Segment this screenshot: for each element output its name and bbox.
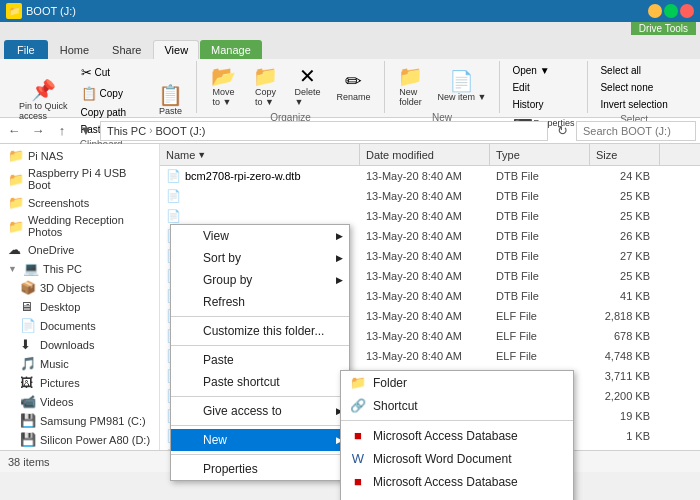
sidebar-item-music[interactable]: 🎵 Music <box>0 354 159 373</box>
history-button[interactable]: History <box>508 97 547 112</box>
cm-sep-4 <box>171 425 349 426</box>
cm-item-sort-by[interactable]: Sort by <box>171 247 349 269</box>
open-button[interactable]: Open ▼ <box>508 63 553 78</box>
sidebar-item-silicon-d[interactable]: 💾 Silicon Power A80 (D:) <box>0 430 159 449</box>
cm-item-group-by[interactable]: Group by <box>171 269 349 291</box>
submenu-item-access-db2[interactable]: ■ Microsoft Access Database <box>341 470 573 493</box>
submenu-item-access-db[interactable]: ■ Microsoft Access Database <box>341 424 573 447</box>
edit-button[interactable]: Edit <box>508 80 533 95</box>
computer-icon: 💻 <box>23 261 39 276</box>
move-to-button[interactable]: 📂 Moveto ▼ <box>205 63 241 110</box>
copy-to-icon: 📁 <box>253 66 278 86</box>
cm-item-give-access[interactable]: Give access to <box>171 400 349 422</box>
submenu-item-word[interactable]: W Microsoft Word Document <box>341 447 573 470</box>
cm-item-properties[interactable]: Properties <box>171 458 349 480</box>
select-none-button[interactable]: Select none <box>596 80 657 95</box>
tab-view[interactable]: View <box>153 40 199 59</box>
drive-tools-label: Drive Tools <box>631 22 696 35</box>
file-row[interactable]: 📄bcm2708-rpi-zero-w.dtb13-May-20 8:40 AM… <box>160 166 700 186</box>
shortcut-icon: 🔗 <box>349 398 367 413</box>
path-this-pc[interactable]: This PC <box>107 125 146 137</box>
pin-quick-access-button[interactable]: 📌 Pin to Quickaccess <box>14 77 73 124</box>
file-size-cell: 41 KB <box>590 290 660 302</box>
sidebar-item-silicon-e[interactable]: 💾 Silicon Power A55 (E:) <box>0 449 159 450</box>
sidebar-item-screenshots[interactable]: 📁 Screenshots <box>0 193 159 212</box>
file-row[interactable]: 📄13-May-20 8:40 AMDTB File25 KB <box>160 206 700 226</box>
ribbon-group-clipboard: 📌 Pin to Quickaccess ✂ Cut 📋 Copy Copy p… <box>6 61 197 113</box>
sidebar-item-pi-nas[interactable]: 📁 Pi NAS <box>0 146 159 165</box>
folder-icon: 📁 <box>8 148 24 163</box>
sidebar-item-samsung[interactable]: 💾 Samsung PM981 (C:) <box>0 411 159 430</box>
sidebar-item-downloads[interactable]: ⬇ Downloads <box>0 335 159 354</box>
sidebar-item-this-pc[interactable]: ▼ 💻 This PC <box>0 259 159 278</box>
cm-sep-3 <box>171 396 349 397</box>
file-type-cell: ELF File <box>490 350 590 362</box>
new-item-button[interactable]: 📄 New item ▼ <box>433 68 492 105</box>
ribbon-tab-bar: File Home Share View Manage <box>0 35 700 59</box>
tab-share[interactable]: Share <box>101 40 152 59</box>
close-button[interactable] <box>680 4 694 18</box>
submenu-item-shortcut[interactable]: 🔗 Shortcut <box>341 394 573 417</box>
tab-manage[interactable]: Manage <box>200 40 262 59</box>
sidebar-item-desktop[interactable]: 🖥 Desktop <box>0 297 159 316</box>
back-button[interactable]: ← <box>4 121 24 141</box>
sidebar-item-3d-objects[interactable]: 📦 3D Objects <box>0 278 159 297</box>
file-type-cell: DTB File <box>490 190 590 202</box>
pictures-icon: 🖼 <box>20 375 36 390</box>
delete-icon: ✕ <box>299 66 316 86</box>
submenu-item-ppt[interactable]: P Microsoft PowerPoint Presentation <box>341 493 573 500</box>
sidebar-item-documents[interactable]: 📄 Documents <box>0 316 159 335</box>
col-header-date[interactable]: Date modified <box>360 144 490 165</box>
refresh-button[interactable]: ↻ <box>552 121 572 141</box>
title-bar: 📁 BOOT (J:) <box>0 0 700 22</box>
cm-item-refresh[interactable]: Refresh <box>171 291 349 313</box>
cm-item-view[interactable]: View <box>171 225 349 247</box>
col-header-type[interactable]: Type <box>490 144 590 165</box>
col-header-name[interactable]: Name▼ <box>160 144 360 165</box>
cm-item-paste-shortcut[interactable]: Paste shortcut <box>171 371 349 393</box>
search-input[interactable] <box>576 121 696 141</box>
sidebar-item-pictures[interactable]: 🖼 Pictures <box>0 373 159 392</box>
file-row[interactable]: 📄13-May-20 8:40 AMDTB File25 KB <box>160 186 700 206</box>
copy-path-button[interactable]: Copy path <box>77 105 149 120</box>
file-type-cell: DTB File <box>490 270 590 282</box>
sidebar-item-videos[interactable]: 📹 Videos <box>0 392 159 411</box>
file-type-cell: DTB File <box>490 230 590 242</box>
col-header-size[interactable]: Size <box>590 144 660 165</box>
invert-selection-button[interactable]: Invert selection <box>596 97 671 112</box>
file-size-cell: 1 KB <box>590 430 660 442</box>
cm-item-customize[interactable]: Customize this folder... <box>171 320 349 342</box>
up-button[interactable]: ↑ <box>52 121 72 141</box>
delete-button[interactable]: ✕ Delete▼ <box>289 63 325 110</box>
rename-button[interactable]: ✏ Rename <box>331 68 375 105</box>
cut-button[interactable]: ✂ Cut <box>77 63 149 82</box>
sidebar-item-rpi-usb[interactable]: 📁 Raspberry Pi 4 USB Boot <box>0 165 159 193</box>
file-date-cell: 13-May-20 8:40 AM <box>360 190 490 202</box>
cm-item-paste[interactable]: Paste <box>171 349 349 371</box>
file-date-cell: 13-May-20 8:40 AM <box>360 250 490 262</box>
ribbon-content: 📌 Pin to Quickaccess ✂ Cut 📋 Copy Copy p… <box>0 59 700 117</box>
file-icon: 📄 <box>166 169 181 183</box>
forward-button[interactable]: → <box>28 121 48 141</box>
submenu-item-folder[interactable]: 📁 Folder <box>341 371 573 394</box>
file-name-cell: 📄 <box>160 209 360 223</box>
maximize-button[interactable] <box>664 4 678 18</box>
copy-button[interactable]: 📋 Copy <box>77 84 149 103</box>
cm-item-new[interactable]: New <box>171 429 349 451</box>
select-all-button[interactable]: Select all <box>596 63 645 78</box>
file-size-cell: 26 KB <box>590 230 660 242</box>
tab-file[interactable]: File <box>4 40 48 59</box>
paste-button[interactable]: 📋 Paste <box>152 82 188 119</box>
path-boot[interactable]: BOOT (J:) <box>155 125 205 137</box>
folder-icon: 📁 <box>8 172 24 187</box>
address-path[interactable]: This PC › BOOT (J:) <box>100 121 548 141</box>
file-date-cell: 13-May-20 8:40 AM <box>360 210 490 222</box>
file-type-cell: DTB File <box>490 170 590 182</box>
new-folder-button[interactable]: 📁 Newfolder <box>393 63 429 110</box>
sidebar-item-wedding[interactable]: 📁 Wedding Reception Photos <box>0 212 159 240</box>
recent-locations-button[interactable]: ▼ <box>76 121 96 141</box>
sidebar-item-onedrive[interactable]: ☁ OneDrive <box>0 240 159 259</box>
copy-to-button[interactable]: 📁 Copyto ▼ <box>247 63 283 110</box>
tab-home[interactable]: Home <box>49 40 100 59</box>
minimize-button[interactable] <box>648 4 662 18</box>
